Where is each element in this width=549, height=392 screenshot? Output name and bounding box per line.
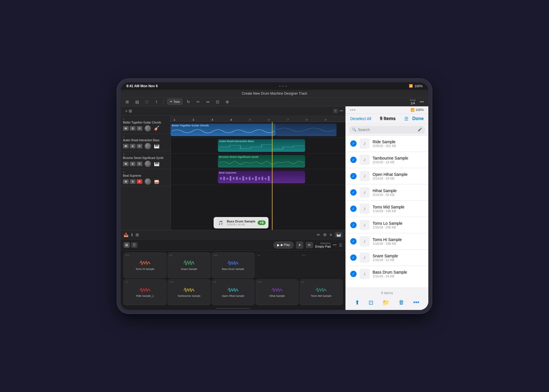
file-name-1: Tambourine Sample bbox=[373, 156, 424, 160]
record-btn-4[interactable]: R bbox=[137, 179, 142, 184]
file-music-icon-3: ♪ bbox=[359, 187, 370, 198]
pencil-icon[interactable]: ✏ bbox=[317, 232, 320, 237]
file-meta-7: 1/16/18 · 21 KB bbox=[373, 258, 424, 262]
add-pad-btn[interactable]: + bbox=[296, 241, 303, 249]
file-item[interactable]: ✓ ♪ Snare Sample 1/16/18 · 21 KB bbox=[346, 250, 428, 266]
volume-knob-2[interactable] bbox=[145, 143, 151, 149]
search-input[interactable] bbox=[358, 128, 416, 132]
wifi-icon: 📶 bbox=[409, 84, 413, 88]
microphone-icon[interactable]: 🎤 bbox=[418, 128, 422, 132]
piano-roll-btn[interactable]: 🎹 bbox=[335, 232, 343, 238]
library-icon[interactable]: 📥 bbox=[124, 232, 128, 237]
clip-beat[interactable]: Beat Supreme bbox=[218, 171, 305, 183]
file-item[interactable]: ✓ ♪ Tambourine Sample 2/15/18 · 16 KB bbox=[346, 152, 428, 168]
pad-more-btn[interactable]: ••• bbox=[333, 243, 337, 247]
solo-btn-1[interactable]: S bbox=[130, 126, 136, 131]
drum-pad-bass-drum[interactable]: G#1 Bass Drum Sample bbox=[212, 252, 254, 278]
track-row-4: Beat Supreme bbox=[171, 169, 345, 185]
record-btn-2[interactable]: R bbox=[137, 144, 142, 148]
wand-icon[interactable]: ⌇ bbox=[153, 99, 160, 105]
mute-btn-1[interactable]: M bbox=[123, 126, 129, 131]
file-item[interactable]: ✓ ♪ Open Hihat Sample 2/14/18 · 29 KB bbox=[346, 168, 428, 184]
add-track-button[interactable]: + ⊞ bbox=[123, 108, 134, 114]
drum-pad-as1-empty[interactable]: A#1 bbox=[300, 252, 343, 278]
track-options-button[interactable]: ••• bbox=[339, 109, 343, 113]
solo-btn-3[interactable]: S bbox=[130, 162, 136, 166]
tracks-icon[interactable]: ▤ bbox=[133, 99, 141, 105]
solo-btn-2[interactable]: S bbox=[130, 144, 136, 148]
more-icon[interactable]: ••• bbox=[418, 99, 425, 105]
file-item[interactable]: ✓ ♪ Toms Mid Sample 1/16/18 · 195 KB bbox=[346, 201, 428, 217]
mute-btn-2[interactable]: M bbox=[123, 144, 129, 148]
trash-button[interactable]: 🗑 bbox=[396, 298, 407, 307]
drum-pad-toms-mid[interactable]: E1 Toms Mid Sample bbox=[300, 279, 343, 305]
flex-icon[interactable]: ⇔ bbox=[204, 99, 212, 105]
info-icon[interactable]: ℹ bbox=[131, 232, 133, 237]
clip-bass[interactable]: Auten Road Interaction Bass bbox=[218, 139, 305, 152]
file-item[interactable]: ✓ ♪ Ride Sample 3/28/18 · 301 KB bbox=[346, 136, 428, 152]
clip-synth[interactable]: Broome Street Significant Synth bbox=[218, 155, 305, 168]
file-meta-8: 1/16/18 · 24 KB bbox=[373, 274, 424, 278]
drum-pad-hihat[interactable]: D#1 Hihat Sample bbox=[256, 279, 299, 305]
grid-view-btn[interactable]: ⊞ bbox=[124, 242, 130, 248]
record-btn-1[interactable]: R bbox=[137, 126, 142, 131]
window-icon[interactable]: □ bbox=[143, 99, 150, 105]
drum-toolbar: 📥 ℹ ⊞ ✏ ⚙ ≡ 🎹 bbox=[121, 230, 345, 240]
file-music-icon-0: ♪ bbox=[359, 138, 370, 149]
clip-guitar-chords-2[interactable] bbox=[276, 124, 337, 136]
track-area: + ⊞ + ••• 1 Better Together Guitar Chord… bbox=[121, 106, 345, 310]
volume-knob-4[interactable] bbox=[145, 178, 151, 185]
record-btn-3[interactable]: R bbox=[137, 162, 142, 166]
floating-clip-card[interactable]: 🎵 Bass Drum Sample 1/16/18 • 24 KB +9 bbox=[214, 217, 268, 228]
loop-icon[interactable]: ↻ bbox=[185, 99, 192, 105]
mute-btn-4[interactable]: M bbox=[123, 179, 129, 184]
list-view-icon[interactable]: ☰ bbox=[404, 116, 408, 122]
mute-btn-3[interactable]: M bbox=[123, 162, 129, 166]
drum-pad-ride[interactable]: C1 Ride Sample_1 bbox=[124, 279, 166, 305]
paste-icon[interactable]: ⊕ bbox=[224, 99, 231, 105]
share-button[interactable]: ⬆ bbox=[353, 298, 362, 307]
duplicate-button[interactable]: ⊡ bbox=[366, 298, 376, 307]
drum-pad-tambourine[interactable]: C#1 Tambourine Sample bbox=[168, 279, 210, 305]
track-expand-button[interactable]: + bbox=[333, 109, 338, 113]
deselect-all-button[interactable]: Deselect All bbox=[350, 116, 371, 121]
file-item[interactable]: ✓ ♪ Bass Drum Sample 1/16/18 · 24 KB bbox=[346, 266, 428, 282]
folder-button[interactable]: 📁 bbox=[380, 298, 392, 307]
drum-pad-open-hihat[interactable]: D1 Open Hihat Sample bbox=[212, 279, 254, 305]
mixer-icon[interactable]: ≡ bbox=[330, 232, 332, 237]
copy-icon[interactable]: ⊡ bbox=[214, 99, 221, 105]
grid-icon[interactable]: ⊞ bbox=[124, 99, 131, 105]
pad-list-icon[interactable]: ☰ bbox=[339, 243, 343, 247]
settings-icon[interactable]: ⚙ bbox=[323, 232, 327, 237]
file-name-4: Toms Mid Sample bbox=[373, 205, 424, 209]
file-item[interactable]: ✓ ♪ Hihat Sample 2/14/18 · 30 KB bbox=[346, 184, 428, 201]
search-bar: 🔍 🎤 bbox=[349, 126, 425, 134]
list-view-btn[interactable]: ☰ bbox=[131, 242, 138, 248]
floating-card-meta: 1/16/18 • 24 KB bbox=[227, 223, 255, 226]
split-view-icon[interactable]: ⊞ bbox=[136, 232, 139, 237]
status-right: 📶 100% bbox=[409, 84, 423, 88]
clip-guitar-chords[interactable]: Better Together Guitar Chords bbox=[171, 124, 276, 136]
pad-waveform-open-hihat bbox=[227, 287, 239, 294]
volume-knob-1[interactable] bbox=[145, 125, 151, 132]
drum-pad-snare[interactable]: G1 Snare Sample bbox=[168, 252, 210, 278]
pad-name-toms-hi: Toms Hi Sample bbox=[136, 268, 154, 270]
cut-icon[interactable]: ✂ bbox=[194, 99, 202, 105]
drum-pad-a1-empty[interactable]: A1 bbox=[256, 252, 299, 278]
file-item[interactable]: ✓ ♪ Toms Hi Sample 1/16/18 · 186 KB bbox=[346, 233, 428, 250]
drum-pad-toms-hi[interactable]: F#1 Toms Hi Sample bbox=[124, 252, 166, 278]
trim-button[interactable]: ✂ Trim bbox=[167, 99, 182, 105]
file-name-2: Open Hihat Sample bbox=[373, 172, 424, 177]
play-button[interactable]: ▶ ▶ Play bbox=[273, 242, 294, 248]
more-actions-button[interactable]: ••• bbox=[411, 298, 421, 307]
file-item[interactable]: ✓ ♪ Toms Lo Sample 1/16/18 · 200 KB bbox=[346, 217, 428, 233]
pad-name-open-hihat: Open Hihat Sample bbox=[222, 295, 244, 297]
volume-knob-3[interactable] bbox=[145, 161, 151, 167]
clip-waveform-bass bbox=[219, 143, 304, 152]
files-list: ✓ ♪ Ride Sample 3/28/18 · 301 KB ✓ ♪ Tam… bbox=[346, 136, 428, 288]
svg-rect-14 bbox=[265, 178, 266, 180]
pencil-pad-btn[interactable]: ✏ bbox=[306, 242, 313, 248]
svg-rect-9 bbox=[249, 177, 250, 180]
done-button[interactable]: Done bbox=[412, 116, 424, 121]
solo-btn-4[interactable]: S bbox=[130, 179, 136, 184]
